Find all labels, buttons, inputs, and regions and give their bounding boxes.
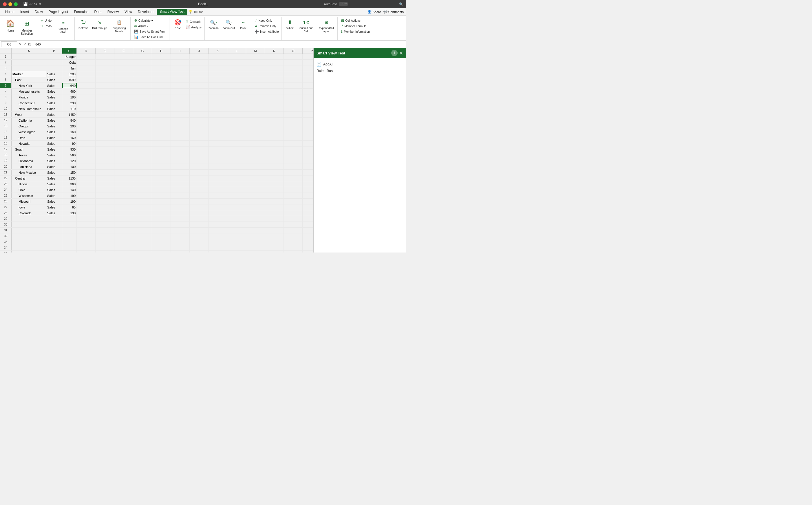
col-header-c[interactable]: C: [62, 48, 77, 53]
cell-f[interactable]: [114, 95, 133, 100]
drill-through-button[interactable]: ↘ Drill-through: [91, 18, 109, 30]
cell-a[interactable]: Iowa: [12, 204, 46, 210]
cell-i[interactable]: [171, 135, 190, 140]
cell-n[interactable]: [265, 210, 284, 216]
cell-i[interactable]: [171, 106, 190, 112]
cell-g[interactable]: [133, 175, 152, 181]
cell-g[interactable]: [133, 204, 152, 210]
cell-d[interactable]: [77, 65, 96, 71]
cell-j[interactable]: [190, 152, 208, 158]
cell-c[interactable]: 290: [62, 100, 77, 106]
cell-i[interactable]: [171, 54, 190, 59]
col-header-f[interactable]: F: [114, 48, 133, 53]
cell-i[interactable]: [171, 210, 190, 216]
cell-l[interactable]: [227, 222, 246, 227]
cell-i[interactable]: [171, 71, 190, 77]
cell-f[interactable]: [114, 54, 133, 59]
cell-m[interactable]: [246, 152, 265, 158]
cell-m[interactable]: [246, 210, 265, 216]
cell-j[interactable]: [190, 181, 208, 187]
cell-j[interactable]: [190, 222, 208, 227]
cell-f[interactable]: [114, 71, 133, 77]
cell-h[interactable]: [152, 147, 171, 152]
cell-d[interactable]: [77, 100, 96, 106]
cell-o[interactable]: [284, 251, 303, 252]
cell-b[interactable]: Sales: [46, 77, 62, 82]
cell-b[interactable]: Sales: [46, 123, 62, 129]
cell-n[interactable]: [265, 141, 284, 146]
cell-i[interactable]: [171, 152, 190, 158]
cell-p[interactable]: [303, 95, 313, 100]
cell-p[interactable]: [303, 239, 313, 245]
cell-l[interactable]: [227, 118, 246, 123]
cell-j[interactable]: [190, 199, 208, 204]
cell-m[interactable]: [246, 118, 265, 123]
remove-only-button[interactable]: ✗ Remove Only: [254, 23, 280, 29]
insert-attribute-button[interactable]: ➕ Insert Attribute: [254, 29, 280, 34]
menu-developer[interactable]: Developer: [135, 9, 157, 15]
cell-c[interactable]: 90: [62, 141, 77, 146]
cell-b[interactable]: Sales: [46, 95, 62, 100]
cell-f[interactable]: [114, 227, 133, 233]
cell-h[interactable]: [152, 54, 171, 59]
menu-view[interactable]: View: [122, 9, 135, 15]
options-icon[interactable]: ⚙: [38, 2, 41, 6]
cancel-formula-button[interactable]: ✕: [18, 42, 22, 47]
cell-k[interactable]: [208, 251, 227, 252]
row-number[interactable]: 35: [0, 251, 12, 252]
cell-f[interactable]: [114, 204, 133, 210]
cell-f[interactable]: [114, 77, 133, 82]
cell-f[interactable]: [114, 222, 133, 227]
cell-c[interactable]: 560: [62, 152, 77, 158]
cell-c[interactable]: 120: [62, 158, 77, 164]
cell-p[interactable]: [303, 216, 313, 221]
cell-l[interactable]: [227, 106, 246, 112]
cell-c[interactable]: [62, 227, 77, 233]
cell-k[interactable]: [208, 147, 227, 152]
row-number[interactable]: 28: [0, 210, 12, 216]
cell-c[interactable]: 5200: [62, 71, 77, 77]
cell-l[interactable]: [227, 77, 246, 82]
member-formula-button[interactable]: ƒ Member Formula: [340, 23, 371, 29]
cell-o[interactable]: [284, 83, 303, 88]
cell-p[interactable]: [303, 164, 313, 169]
cell-l[interactable]: [227, 83, 246, 88]
cell-c[interactable]: Jan: [62, 65, 77, 71]
cell-e[interactable]: [96, 106, 114, 112]
cell-n[interactable]: [265, 106, 284, 112]
cell-m[interactable]: [246, 181, 265, 187]
col-header-b[interactable]: B: [46, 48, 62, 53]
cell-a[interactable]: [12, 227, 46, 233]
cell-l[interactable]: [227, 233, 246, 239]
cell-d[interactable]: [77, 129, 96, 135]
cell-e[interactable]: [96, 187, 114, 193]
cell-i[interactable]: [171, 112, 190, 117]
cell-d[interactable]: [77, 193, 96, 198]
cell-p[interactable]: [303, 181, 313, 187]
cell-j[interactable]: [190, 187, 208, 193]
cell-o[interactable]: [284, 129, 303, 135]
supporting-details-button[interactable]: 📋 Supporting Details: [110, 18, 129, 34]
cell-k[interactable]: [208, 233, 227, 239]
col-header-l[interactable]: L: [227, 48, 246, 53]
cell-l[interactable]: [227, 123, 246, 129]
cell-o[interactable]: [284, 210, 303, 216]
cell-h[interactable]: [152, 233, 171, 239]
cell-i[interactable]: [171, 77, 190, 82]
cell-c[interactable]: 140: [62, 187, 77, 193]
cell-o[interactable]: [284, 60, 303, 65]
cell-k[interactable]: [208, 77, 227, 82]
row-number[interactable]: 32: [0, 233, 12, 239]
cell-h[interactable]: [152, 210, 171, 216]
cell-n[interactable]: [265, 54, 284, 59]
row-number[interactable]: 16: [0, 141, 12, 146]
cell-c[interactable]: 60: [62, 204, 77, 210]
row-number[interactable]: 3: [0, 65, 12, 71]
row-number[interactable]: 11: [0, 112, 12, 117]
cell-b[interactable]: [46, 60, 62, 65]
cell-b[interactable]: [46, 227, 62, 233]
cell-o[interactable]: [284, 112, 303, 117]
menu-review[interactable]: Review: [105, 9, 122, 15]
cell-i[interactable]: [171, 170, 190, 175]
row-number[interactable]: 25: [0, 193, 12, 198]
